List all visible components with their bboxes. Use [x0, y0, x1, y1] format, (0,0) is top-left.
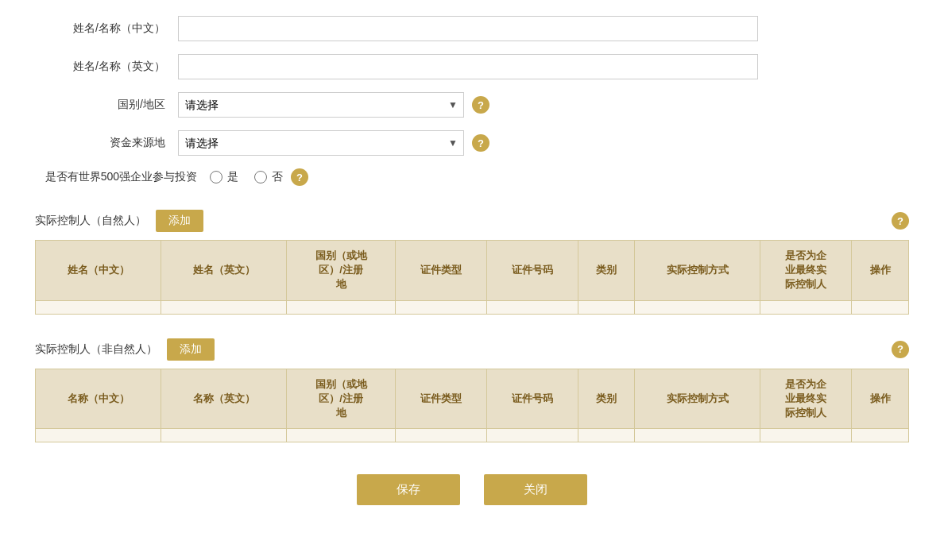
- fund-source-row: 资金来源地 请选择 ▼ ?: [35, 130, 909, 156]
- np-col-action: 操作: [852, 241, 909, 301]
- world500-no-option[interactable]: 否: [254, 170, 283, 184]
- name-en-label: 姓名/名称（英文）: [35, 60, 178, 74]
- np-col-cert-type: 证件类型: [395, 241, 486, 301]
- nnp-col-cert-type: 证件类型: [395, 369, 486, 429]
- nnp-col-name-cn: 名称（中文）: [36, 369, 161, 429]
- np-empty-5: [486, 300, 578, 314]
- nnp-col-name-en: 名称（英文）: [161, 369, 287, 429]
- world500-row: 是否有世界500强企业参与投资 是 否 ?: [35, 168, 909, 186]
- natural-person-help-icon[interactable]: ?: [892, 212, 909, 230]
- world500-radio-group: 是 否: [210, 170, 283, 184]
- np-empty-3: [287, 300, 396, 314]
- np-empty-6: [578, 300, 635, 314]
- np-col-category: 类别: [578, 241, 635, 301]
- nnp-col-control-method: 实际控制方式: [635, 369, 760, 429]
- btn-row: 保存 关闭: [35, 474, 909, 529]
- world500-yes-option[interactable]: 是: [210, 170, 238, 184]
- world500-no-radio[interactable]: [254, 171, 267, 183]
- name-cn-label: 姓名/名称（中文）: [35, 21, 178, 36]
- save-button[interactable]: 保存: [357, 474, 460, 505]
- np-empty-8: [760, 300, 852, 314]
- np-col-name-cn: 姓名（中文）: [36, 241, 161, 301]
- non-natural-person-title: 实际控制人（非自然人）: [35, 342, 157, 357]
- np-empty-1: [36, 300, 161, 314]
- world500-yes-radio[interactable]: [210, 171, 222, 183]
- non-natural-person-add-btn[interactable]: 添加: [167, 338, 215, 361]
- np-col-country: 国别（或地区）/注册地: [287, 241, 396, 301]
- nnp-empty-8: [760, 429, 852, 442]
- fund-source-help-icon[interactable]: ?: [472, 134, 489, 152]
- natural-person-empty-row: [36, 300, 909, 314]
- natural-person-table: 姓名（中文） 姓名（英文） 国别（或地区）/注册地 证件类型 证件号码 类别 实…: [35, 240, 909, 315]
- nnp-empty-9: [852, 429, 909, 442]
- non-natural-person-table: 名称（中文） 名称（英文） 国别（或地区）/注册地 证件类型 证件号码 类别 实…: [35, 369, 909, 443]
- natural-person-add-btn[interactable]: 添加: [156, 210, 203, 232]
- non-natural-person-empty-row: [36, 429, 909, 442]
- nnp-empty-7: [635, 429, 760, 442]
- world500-row-inner: 是 否 ?: [210, 168, 909, 186]
- np-col-control-method: 实际控制方式: [635, 241, 760, 301]
- nnp-empty-1: [36, 429, 161, 442]
- non-natural-person-help-icon[interactable]: ?: [892, 341, 909, 358]
- np-col-final-controller: 是否为企业最终实际控制人: [760, 241, 852, 301]
- non-natural-person-section: 实际控制人（非自然人） 添加 ? 名称（中文） 名称（英文） 国别（或地区）/注…: [35, 330, 909, 443]
- world500-label: 是否有世界500强企业参与投资: [35, 170, 210, 184]
- fund-source-select[interactable]: 请选择: [178, 130, 464, 156]
- country-row: 国别/地区 请选择 ▼ ?: [35, 92, 909, 118]
- non-natural-person-table-header-row: 名称（中文） 名称（英文） 国别（或地区）/注册地 证件类型 证件号码 类别 实…: [36, 369, 909, 429]
- main-container: 姓名/名称（中文） 姓名/名称（英文） 国别/地区 请选择 ▼ ? 资金: [35, 16, 909, 529]
- np-empty-4: [395, 300, 486, 314]
- fund-source-label: 资金来源地: [35, 136, 178, 150]
- natural-person-header: 实际控制人（自然人） 添加 ?: [35, 202, 909, 232]
- world500-yes-label: 是: [227, 170, 238, 184]
- country-row-inner: 请选择 ▼ ?: [178, 92, 909, 118]
- name-cn-input[interactable]: [178, 16, 758, 41]
- np-col-cert-no: 证件号码: [486, 241, 578, 301]
- natural-person-title: 实际控制人（自然人）: [35, 214, 146, 228]
- world500-no-label: 否: [272, 170, 283, 184]
- nnp-col-action: 操作: [852, 369, 909, 429]
- country-select-wrapper: 请选择 ▼: [178, 92, 464, 118]
- close-button[interactable]: 关闭: [484, 474, 587, 505]
- nnp-empty-3: [287, 429, 396, 442]
- np-empty-7: [635, 300, 760, 314]
- np-empty-2: [161, 300, 287, 314]
- nnp-empty-4: [395, 429, 486, 442]
- nnp-col-cert-no: 证件号码: [486, 369, 578, 429]
- nnp-col-country: 国别（或地区）/注册地: [287, 369, 396, 429]
- fund-source-row-inner: 请选择 ▼ ?: [178, 130, 909, 156]
- nnp-empty-5: [486, 429, 578, 442]
- name-cn-row: 姓名/名称（中文）: [35, 16, 909, 41]
- natural-person-table-header-row: 姓名（中文） 姓名（英文） 国别（或地区）/注册地 证件类型 证件号码 类别 实…: [36, 241, 909, 301]
- country-help-icon[interactable]: ?: [472, 96, 489, 114]
- nnp-empty-6: [578, 429, 635, 442]
- name-en-input[interactable]: [178, 54, 758, 79]
- fund-source-select-wrapper: 请选择 ▼: [178, 130, 464, 156]
- name-en-row: 姓名/名称（英文）: [35, 54, 909, 79]
- np-empty-9: [852, 300, 909, 314]
- natural-person-section: 实际控制人（自然人） 添加 ? 姓名（中文） 姓名（英文） 国别（或地区）/注册…: [35, 202, 909, 315]
- nnp-col-category: 类别: [578, 369, 635, 429]
- world500-help-icon[interactable]: ?: [291, 168, 308, 186]
- form-section: 姓名/名称（中文） 姓名/名称（英文） 国别/地区 请选择 ▼ ? 资金: [35, 16, 909, 186]
- nnp-empty-2: [161, 429, 287, 442]
- non-natural-person-header: 实际控制人（非自然人） 添加 ?: [35, 330, 909, 361]
- country-label: 国别/地区: [35, 98, 178, 112]
- np-col-name-en: 姓名（英文）: [161, 241, 287, 301]
- country-select[interactable]: 请选择: [178, 92, 464, 118]
- nnp-col-final-controller: 是否为企业最终实际控制人: [760, 369, 852, 429]
